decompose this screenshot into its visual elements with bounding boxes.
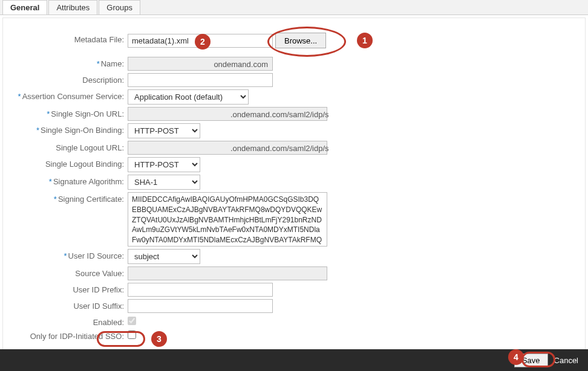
idp-initiated-checkbox[interactable]: [128, 331, 136, 339]
label-description: Description:: [9, 73, 128, 85]
source-value-input[interactable]: [128, 266, 327, 280]
required-star: *: [18, 92, 21, 101]
sig-alg-select[interactable]: SHA-1: [128, 175, 200, 190]
sso-binding-select[interactable]: HTTP-POST: [128, 123, 200, 138]
browse-button[interactable]: Browse...: [275, 33, 326, 48]
label-user-id-prefix: User ID Prefix:: [9, 283, 128, 294]
tab-attributes[interactable]: Attributes: [48, 0, 97, 15]
footer-bar: Save Cancel: [0, 349, 588, 371]
label-metadata-file: Metadata File:: [9, 33, 128, 44]
metadata-file-input[interactable]: [128, 34, 273, 48]
label-name: Name:: [101, 59, 124, 68]
enabled-checkbox: [128, 317, 136, 325]
signing-cert-textarea[interactable]: MIIDEDCCAfigAwIBAQIGAUyOfmHPMA0GCSqGSIb3…: [128, 192, 327, 247]
tab-groups[interactable]: Groups: [99, 0, 140, 15]
label-source-value: Source Value:: [9, 266, 128, 278]
user-id-source-select[interactable]: subject: [128, 249, 200, 264]
label-user-id-suffix: User ID Suffix:: [9, 299, 128, 311]
user-id-prefix-input[interactable]: [128, 283, 273, 297]
required-star: *: [49, 177, 52, 186]
label-acs: Assertion Consumer Service:: [22, 92, 124, 101]
form-panel: Metadata File: Browse... *Name: ondemand…: [2, 18, 586, 351]
required-star: *: [54, 195, 57, 204]
slo-binding-select[interactable]: HTTP-POST: [128, 157, 200, 172]
required-star: *: [64, 251, 67, 260]
cancel-link[interactable]: Cancel: [552, 354, 581, 367]
slo-url-suffix: .ondemand.com/saml2/idp/s: [230, 144, 329, 153]
description-input[interactable]: [128, 73, 273, 87]
tab-general[interactable]: General: [2, 0, 47, 15]
user-id-suffix-input[interactable]: [128, 299, 273, 313]
label-user-id-source: User ID Source:: [68, 251, 124, 260]
label-signing-cert: Signing Certificate:: [58, 195, 124, 204]
label-enabled: Enabled:: [9, 315, 128, 327]
label-slo-url: Single Logout URL:: [9, 141, 128, 152]
required-star: *: [97, 59, 100, 68]
acs-select[interactable]: Application Root (default): [128, 89, 249, 105]
label-sso-url: Single Sign-On URL:: [51, 109, 124, 118]
tab-bar: General Attributes Groups: [0, 0, 588, 15]
label-sig-alg: Signature Algorithm:: [53, 177, 124, 186]
save-button[interactable]: Save: [514, 353, 548, 367]
label-sso-binding: Single Sign-On Binding:: [41, 126, 124, 135]
name-value-suffix: ondemand.com: [214, 60, 268, 69]
label-idp-initiated: Only for IDP-Initiated SSO:: [9, 329, 128, 341]
sso-url-suffix: .ondemand.com/saml2/idp/s: [230, 110, 329, 119]
label-slo-binding: Single Logout Binding:: [9, 157, 128, 169]
required-star: *: [36, 126, 39, 135]
required-star: *: [47, 109, 50, 118]
